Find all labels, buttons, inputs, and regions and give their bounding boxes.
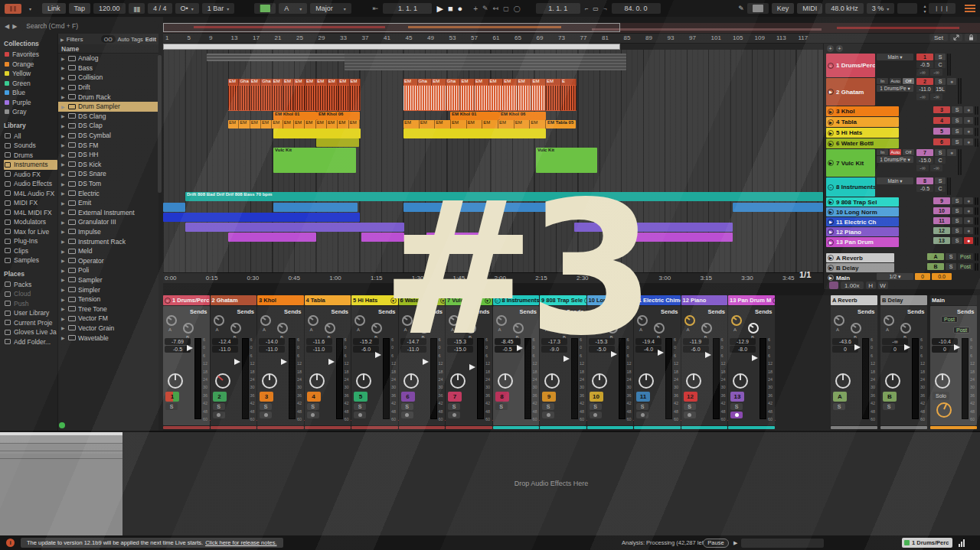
loop-start-field[interactable]: 1. 1. 1 — [536, 3, 580, 14]
monitor-auto-button[interactable]: Auto — [890, 149, 901, 155]
solo-button[interactable]: S — [952, 106, 962, 113]
send-b-knob[interactable] — [277, 323, 288, 334]
track-activator[interactable]: 5 — [933, 128, 950, 135]
solo-button[interactable]: S — [730, 403, 743, 410]
device-list-item[interactable]: ▶Poli — [58, 265, 158, 275]
track-activator[interactable]: 6 — [933, 138, 950, 145]
solo-button[interactable]: S — [354, 403, 366, 410]
disclosure-triangle-icon[interactable]: ▶ — [61, 75, 66, 80]
track-activator[interactable]: 13 — [933, 237, 950, 244]
track-play-icon[interactable]: ▶ — [828, 275, 834, 281]
device-list-item[interactable]: ▶DS Clang — [58, 112, 158, 122]
name-column-header[interactable]: Name — [58, 44, 158, 54]
track-play-icon[interactable]: ▶ — [828, 199, 834, 205]
cpu-meter[interactable]: 3 %▾ — [867, 3, 895, 14]
solo-button[interactable]: S — [952, 227, 962, 234]
track-name[interactable]: ▶4 Tabla — [826, 117, 899, 127]
disclosure-triangle-icon[interactable]: ▶ — [61, 152, 66, 158]
track-row[interactable]: ▶7 Vulc KitInAutoOff1 Drums/Pe ▾7S●-15.0… — [826, 149, 978, 177]
zoom-slider-icon[interactable] — [829, 282, 838, 289]
pan-knob[interactable] — [935, 373, 950, 389]
disclosure-triangle-icon[interactable]: ▶ — [61, 85, 66, 90]
add-return-icon[interactable]: + — [836, 45, 843, 52]
device-list-item[interactable]: ▶Drum Rack — [58, 92, 158, 102]
clip-segment[interactable]: EM — [420, 120, 436, 129]
device-list-item[interactable]: ▶Wavetable — [58, 333, 158, 343]
send-b-knob[interactable] — [230, 323, 241, 334]
notification-menu-icon[interactable] — [965, 5, 975, 12]
browser-back-icon[interactable]: ◀ — [5, 23, 9, 30]
arm-button[interactable] — [730, 412, 743, 418]
arm-button[interactable] — [354, 412, 366, 418]
sidebar-item-clips[interactable]: Clips — [4, 246, 57, 256]
disclosure-triangle-icon[interactable]: ▶ — [61, 161, 66, 167]
sidebar-item-user-library[interactable]: User Library — [4, 308, 57, 318]
arm-button[interactable] — [213, 412, 225, 418]
volume-fader-handle[interactable] — [375, 352, 381, 358]
track-activator[interactable]: 5 — [354, 392, 368, 402]
send-a-knob[interactable] — [354, 315, 365, 326]
device-list-item[interactable]: ▶DS Cymbal — [58, 131, 158, 141]
solo-button[interactable]: S — [636, 403, 648, 410]
volume-field[interactable]: -11.0 — [212, 346, 238, 353]
clip[interactable]: EM Khol 06 — [317, 112, 360, 120]
disclosure-triangle-icon[interactable]: ▶ — [61, 94, 66, 99]
preview-button[interactable] — [59, 422, 65, 428]
arm-button[interactable]: ● — [964, 117, 973, 124]
loop-set-button[interactable]: Set — [929, 34, 948, 41]
disclosure-triangle-icon[interactable]: ▶ — [61, 306, 66, 311]
send-b-knob[interactable] — [851, 323, 861, 334]
send-a-knob[interactable] — [260, 315, 271, 326]
sidebar-item-packs[interactable]: Packs — [4, 280, 57, 290]
track-row[interactable]: −8 InstrumentsMain ▾8S-0.5C — [826, 177, 978, 197]
track-activator[interactable]: 7 — [448, 392, 462, 402]
send-a-knob[interactable] — [834, 315, 844, 326]
disclosure-triangle-icon[interactable]: ▶ — [61, 56, 66, 61]
output-routing-selector[interactable]: Main ▾ — [877, 54, 913, 60]
sidebar-item-plug-ins[interactable]: Plug-Ins — [4, 236, 57, 246]
group-fold-icon[interactable]: − — [828, 63, 834, 69]
arrangement-position-field[interactable]: 1. 1. 1 — [383, 3, 432, 14]
monitor-in-button[interactable]: In — [877, 149, 888, 155]
sidebar-item-drums[interactable]: Drums — [4, 151, 57, 161]
sidebar-item-current-proje[interactable]: Current Proje — [4, 318, 57, 328]
level-meter[interactable] — [289, 338, 296, 419]
disclosure-triangle-icon[interactable]: ▶ — [61, 220, 66, 225]
track-name[interactable]: ▶6 Water Bottl — [826, 138, 899, 148]
volume-field[interactable]: -11.0 — [306, 346, 332, 353]
pause-analysis-button[interactable]: Pause — [703, 539, 729, 548]
pan-knob[interactable] — [356, 373, 371, 389]
device-view[interactable]: Drop Audio Effects Here — [0, 431, 980, 535]
sidebar-item-push[interactable]: Push — [4, 299, 57, 309]
clip[interactable] — [403, 129, 546, 138]
send-b-knob[interactable] — [371, 323, 382, 334]
solo-button[interactable]: S — [946, 263, 956, 270]
track-play-icon[interactable]: ▶ — [828, 239, 834, 246]
sidebar-item-m4l-midi-fx[interactable]: M4L MIDI FX — [4, 208, 57, 218]
solo-button[interactable]: S — [495, 403, 508, 410]
level-meter[interactable] — [665, 338, 672, 419]
info-icon[interactable]: i — [6, 539, 15, 547]
quantize-selector[interactable]: 1 Bar▾ — [202, 3, 235, 14]
track-name[interactable]: ▶13 Pan Drum — [826, 237, 899, 247]
track-row[interactable]: ▶10 Long Norm10S● — [826, 207, 978, 216]
track-activator[interactable]: 4 — [307, 392, 321, 402]
cue-post-toggle[interactable]: Post — [941, 316, 958, 323]
device-list-item[interactable]: ▶Collision — [58, 73, 158, 83]
solo-button[interactable]: S — [165, 403, 178, 410]
output-routing-selector[interactable]: Main ▾ — [877, 177, 913, 184]
device-list-item[interactable]: ▶Tension — [58, 295, 158, 304]
volume-field[interactable]: -0.5 — [916, 61, 933, 68]
send-b-knob[interactable] — [325, 323, 335, 334]
scrub-area[interactable] — [163, 44, 823, 50]
device-list-item[interactable]: ▶Drift — [58, 83, 158, 93]
solo-button[interactable]: S — [952, 117, 962, 124]
track-name[interactable]: ▶11 Electric Ch — [826, 217, 899, 226]
pan-knob[interactable] — [686, 373, 701, 389]
solo-button[interactable]: S — [946, 253, 956, 260]
track-activator[interactable]: 12 — [684, 392, 697, 402]
track-activator[interactable]: 11 — [636, 392, 650, 402]
sidebar-item-max-for-live[interactable]: Max for Live — [4, 227, 57, 237]
device-list-item[interactable]: ▶Impulse — [58, 227, 158, 237]
clip[interactable] — [185, 223, 404, 232]
